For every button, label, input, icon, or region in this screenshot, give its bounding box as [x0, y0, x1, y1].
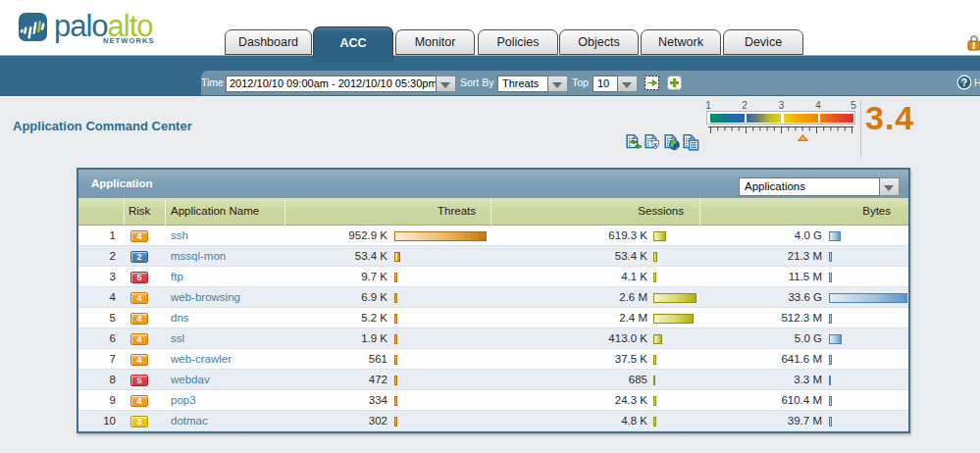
svg-text:?: ? [961, 77, 967, 88]
